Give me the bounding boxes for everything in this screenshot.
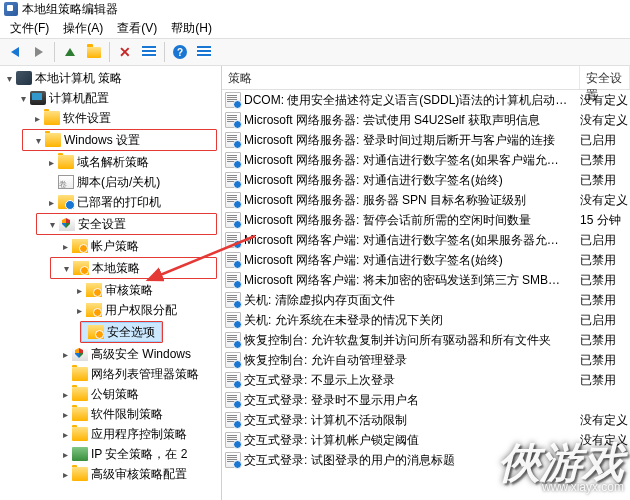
tree-public-key[interactable]: ▸ 公钥策略	[0, 384, 221, 404]
policy-item-icon	[225, 392, 241, 408]
help-button[interactable]: ?	[169, 41, 191, 63]
policy-cell: 恢复控制台: 允许软盘复制并访问所有驱动器和所有文件夹	[244, 332, 580, 349]
list-row[interactable]: 交互式登录: 不显示上次登录 已禁用	[222, 370, 630, 390]
tree-audit-policy[interactable]: ▸ 审核策略	[0, 280, 221, 300]
expand-icon[interactable]: ▾	[16, 93, 30, 104]
tree-user-rights[interactable]: ▸ 用户权限分配	[0, 300, 221, 320]
book-icon	[72, 447, 88, 461]
list-row[interactable]: 关机: 允许系统在未登录的情况下关闭 已启用	[222, 310, 630, 330]
policy-item-icon	[225, 352, 241, 368]
tree-security-settings[interactable]: ▾ 安全设置	[37, 214, 216, 234]
list-row[interactable]: 关机: 清除虚拟内存页面文件 已禁用	[222, 290, 630, 310]
policy-cell: DCOM: 使用安全描述符定义语言(SDDL)语法的计算机启动…	[244, 92, 580, 109]
expand-icon[interactable]: ▸	[30, 113, 44, 124]
list-row[interactable]: Microsoft 网络服务器: 暂停会话前所需的空闲时间数量 15 分钟	[222, 210, 630, 230]
tree-label: 域名解析策略	[77, 154, 149, 171]
tree-security-options[interactable]: 安全选项	[81, 322, 162, 342]
tree-local-policy[interactable]: ▾ 本地策略	[51, 258, 216, 278]
tree-account-policy[interactable]: ▸ 帐户策略	[0, 236, 221, 256]
menu-view[interactable]: 查看(V)	[111, 18, 163, 39]
tree-advanced-audit[interactable]: ▸ 高级审核策略配置	[0, 464, 221, 484]
tree-ip-security[interactable]: ▸ IP 安全策略，在 2	[0, 444, 221, 464]
expand-icon[interactable]: ▸	[58, 241, 72, 252]
tree-label: 软件设置	[63, 110, 111, 127]
tree-software-restrict[interactable]: ▸ 软件限制策略	[0, 404, 221, 424]
expand-icon[interactable]: ▸	[44, 197, 58, 208]
menu-action[interactable]: 操作(A)	[57, 18, 109, 39]
tree-label: 帐户策略	[91, 238, 139, 255]
printer-folder-icon	[58, 195, 74, 209]
expand-icon[interactable]: ▸	[58, 389, 72, 400]
policy-cell: Microsoft 网络客户端: 将未加密的密码发送到第三方 SMB…	[244, 272, 580, 289]
expand-icon[interactable]: ▸	[58, 429, 72, 440]
list-row[interactable]: 交互式登录: 计算机不活动限制 没有定义	[222, 410, 630, 430]
forward-button[interactable]	[28, 41, 50, 63]
expand-icon[interactable]: ▸	[58, 449, 72, 460]
tree-deployed-printers[interactable]: ▸ 已部署的打印机	[0, 192, 221, 212]
menu-help[interactable]: 帮助(H)	[165, 18, 218, 39]
tree-scripts[interactable]: 脚本(启动/关机)	[0, 172, 221, 192]
tree-computer-config[interactable]: ▾ 计算机配置	[0, 88, 221, 108]
list-row[interactable]: Microsoft 网络服务器: 对通信进行数字签名(始终) 已禁用	[222, 170, 630, 190]
tree-windows-settings[interactable]: ▾ Windows 设置	[23, 130, 216, 150]
expand-icon[interactable]: ▸	[72, 305, 86, 316]
list-row[interactable]: Microsoft 网络服务器: 对通信进行数字签名(如果客户端允… 已禁用	[222, 150, 630, 170]
list-row[interactable]: Microsoft 网络客户端: 对通信进行数字签名(如果服务器允… 已启用	[222, 230, 630, 250]
list-row[interactable]: Microsoft 网络服务器: 尝试使用 S4U2Self 获取声明信息 没有…	[222, 110, 630, 130]
expand-icon[interactable]: ▸	[58, 349, 72, 360]
tree-root[interactable]: ▾ 本地计算机 策略	[0, 68, 221, 88]
setting-cell: 已禁用	[580, 372, 630, 389]
tree-label: 公钥策略	[91, 386, 139, 403]
column-policy[interactable]: 策略	[222, 66, 580, 89]
folder-icon	[72, 467, 88, 481]
list-row[interactable]: DCOM: 使用安全描述符定义语言(SDDL)语法的计算机启动… 没有定义	[222, 90, 630, 110]
column-setting[interactable]: 安全设置	[580, 66, 630, 89]
show-button[interactable]	[83, 41, 105, 63]
list-row[interactable]: Microsoft 网络客户端: 将未加密的密码发送到第三方 SMB… 已禁用	[222, 270, 630, 290]
expand-icon[interactable]: ▸	[44, 157, 58, 168]
list-row[interactable]: 交互式登录: 登录时不显示用户名	[222, 390, 630, 410]
tree-label: 应用程序控制策略	[91, 426, 187, 443]
list-row[interactable]: 恢复控制台: 允许自动管理登录 已禁用	[222, 350, 630, 370]
help-icon: ?	[173, 45, 187, 59]
x-icon: ✕	[119, 44, 131, 60]
arrow-left-icon	[11, 47, 19, 57]
tree-software-settings[interactable]: ▸ 软件设置	[0, 108, 221, 128]
folder-icon	[72, 387, 88, 401]
delete-button[interactable]: ✕	[114, 41, 136, 63]
expand-icon[interactable]: ▾	[2, 73, 16, 84]
view-button[interactable]	[193, 41, 215, 63]
expand-icon[interactable]: ▾	[45, 219, 59, 230]
policy-icon	[72, 239, 88, 253]
up-button[interactable]	[59, 41, 81, 63]
properties-button[interactable]	[138, 41, 160, 63]
list-row[interactable]: Microsoft 网络客户端: 对通信进行数字签名(始终) 已禁用	[222, 250, 630, 270]
tree-advanced-windows[interactable]: ▸ 高级安全 Windows	[0, 344, 221, 364]
tree-network-list[interactable]: 网络列表管理器策略	[0, 364, 221, 384]
policy-item-icon	[225, 412, 241, 428]
list-row[interactable]: 交互式登录: 试图登录的用户的消息标题	[222, 450, 630, 470]
list-row[interactable]: Microsoft 网络服务器: 登录时间过期后断开与客户端的连接 已启用	[222, 130, 630, 150]
policy-item-icon	[225, 292, 241, 308]
expand-icon[interactable]: ▾	[31, 135, 45, 146]
list-row[interactable]: Microsoft 网络服务器: 服务器 SPN 目标名称验证级别 没有定义	[222, 190, 630, 210]
list-body: DCOM: 使用安全描述符定义语言(SDDL)语法的计算机启动… 没有定义 Mi…	[222, 90, 630, 470]
list-row[interactable]: 交互式登录: 计算机帐户锁定阈值 没有定义	[222, 430, 630, 450]
expand-icon[interactable]: ▸	[72, 285, 86, 296]
setting-cell: 已禁用	[580, 352, 630, 369]
tree-label: 审核策略	[105, 282, 153, 299]
tree-label: 高级安全 Windows	[91, 346, 191, 363]
expand-icon[interactable]: ▸	[58, 409, 72, 420]
policy-cell: 交互式登录: 计算机帐户锁定阈值	[244, 432, 580, 449]
menu-file[interactable]: 文件(F)	[4, 18, 55, 39]
tree-name-resolution[interactable]: ▸ 域名解析策略	[0, 152, 221, 172]
expand-icon[interactable]: ▾	[59, 263, 73, 274]
annotation-box-3: ▾ 本地策略	[50, 257, 217, 279]
tree-app-control[interactable]: ▸ 应用程序控制策略	[0, 424, 221, 444]
back-button[interactable]	[4, 41, 26, 63]
setting-cell: 没有定义	[580, 92, 630, 109]
list-row[interactable]: 恢复控制台: 允许软盘复制并访问所有驱动器和所有文件夹 已禁用	[222, 330, 630, 350]
expand-icon[interactable]: ▸	[58, 469, 72, 480]
separator	[54, 42, 55, 62]
folder-icon	[87, 47, 101, 58]
